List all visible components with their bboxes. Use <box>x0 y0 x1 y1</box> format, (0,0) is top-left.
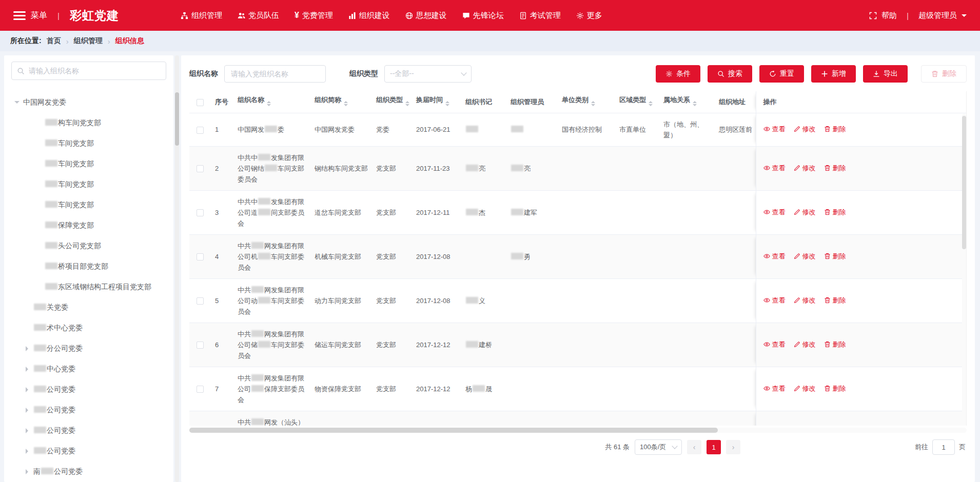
caret-down-icon[interactable] <box>14 99 21 106</box>
sort-icons[interactable] <box>344 99 348 108</box>
search-button[interactable]: 搜索 <box>708 65 752 83</box>
sort-icons[interactable] <box>445 99 449 108</box>
edit-link[interactable]: 修改 <box>794 339 816 350</box>
nav-item-org[interactable]: 组织管理 <box>181 11 222 21</box>
reset-button[interactable]: 重置 <box>759 65 804 83</box>
org-name-input[interactable] <box>224 65 326 83</box>
sort-icons[interactable] <box>405 99 409 108</box>
tree-item[interactable]: 车间党支部 <box>11 133 166 154</box>
nav-item-members[interactable]: 党员队伍 <box>238 11 279 21</box>
tree-item[interactable]: 保障党支部 <box>11 215 166 236</box>
breadcrumb-item[interactable]: 首页 <box>47 36 61 46</box>
column-header-short[interactable]: 组织简称 <box>310 91 372 113</box>
caret-right-icon[interactable] <box>25 367 31 372</box>
tree-item[interactable]: 东区域钢结构工程项目党支部 <box>11 277 166 297</box>
row-checkbox[interactable] <box>197 165 204 172</box>
delete-link[interactable]: 删除 <box>824 339 846 350</box>
caret-right-icon[interactable] <box>25 469 31 474</box>
nav-item-ideology[interactable]: 思想建设 <box>405 11 447 21</box>
tree-item[interactable]: 头公司党支部 <box>11 236 166 256</box>
breadcrumb-item[interactable]: 组织管理 <box>74 36 103 46</box>
tree-item[interactable]: 车间党支部 <box>11 195 166 215</box>
tree-item[interactable]: 构车间党支部 <box>11 113 166 133</box>
vertical-scrollbar[interactable] <box>962 114 966 424</box>
row-checkbox[interactable] <box>197 342 204 349</box>
nav-item-forum[interactable]: 先锋论坛 <box>462 11 504 21</box>
delete-button[interactable]: 删除 <box>921 65 967 83</box>
next-page-button[interactable]: › <box>726 440 740 454</box>
horizontal-scrollbar[interactable] <box>189 428 967 433</box>
delete-link[interactable]: 删除 <box>824 295 846 306</box>
org-type-select[interactable]: --全部-- <box>384 65 472 83</box>
caret-right-icon[interactable] <box>25 408 31 413</box>
tree-item[interactable]: 中心党委 <box>11 359 166 379</box>
edit-link[interactable]: 修改 <box>794 295 816 306</box>
column-header-region[interactable]: 区域类型 <box>615 91 659 113</box>
edit-link[interactable]: 修改 <box>794 251 816 262</box>
tree-item[interactable]: 公司党委 <box>11 441 166 461</box>
delete-link[interactable]: 删除 <box>824 124 846 134</box>
edit-link[interactable]: 修改 <box>794 383 816 394</box>
export-button[interactable]: 导出 <box>863 65 908 83</box>
view-link[interactable]: 查看 <box>763 124 786 134</box>
view-link[interactable]: 查看 <box>763 383 786 394</box>
horizontal-scrollbar-thumb[interactable] <box>189 428 718 433</box>
tree-item[interactable]: 南公司党委 <box>11 461 166 482</box>
column-header-name[interactable]: 组织名称 <box>233 91 310 113</box>
view-link[interactable]: 查看 <box>763 163 786 173</box>
tree-item[interactable]: 车间党支部 <box>11 154 166 174</box>
page-1-button[interactable]: 1 <box>707 440 721 454</box>
sort-icons[interactable] <box>693 99 697 108</box>
tree-item[interactable]: 中国网发党委 <box>11 92 166 113</box>
sort-icons[interactable] <box>649 99 653 108</box>
prev-page-button[interactable]: ‹ <box>687 440 701 454</box>
column-header-unit[interactable]: 单位类别 <box>558 91 615 113</box>
edit-link[interactable]: 修改 <box>794 207 816 217</box>
edit-link[interactable]: 修改 <box>794 124 816 134</box>
fullscreen-icon[interactable] <box>869 12 877 19</box>
caret-right-icon[interactable] <box>25 428 31 433</box>
tree-item[interactable]: 车间党支部 <box>11 174 166 195</box>
breadcrumb-item[interactable]: 组织信息 <box>115 36 144 46</box>
row-checkbox[interactable] <box>197 127 204 134</box>
edit-link[interactable]: 修改 <box>794 163 816 173</box>
delete-link[interactable]: 删除 <box>824 207 846 217</box>
help-link[interactable]: 帮助 <box>881 11 897 21</box>
delete-link[interactable]: 删除 <box>824 383 846 394</box>
condition-button[interactable]: 条件 <box>656 65 700 83</box>
column-header-type[interactable]: 组织类型 <box>372 91 412 113</box>
delete-link[interactable]: 删除 <box>824 251 846 262</box>
sort-icons[interactable] <box>267 99 271 108</box>
delete-link[interactable]: 删除 <box>824 163 846 173</box>
tree-item[interactable]: 公司党委 <box>11 379 166 400</box>
view-link[interactable]: 查看 <box>763 339 786 350</box>
tree-item[interactable]: 分公司党委 <box>11 338 166 359</box>
row-checkbox[interactable] <box>197 386 204 393</box>
row-checkbox[interactable] <box>197 253 204 260</box>
goto-page-input[interactable] <box>932 439 955 455</box>
vertical-scrollbar-thumb[interactable] <box>962 116 966 249</box>
caret-right-icon[interactable] <box>25 346 31 351</box>
menu-icon[interactable] <box>13 11 26 20</box>
tree-item[interactable]: 术中心党委 <box>11 318 166 338</box>
view-link[interactable]: 查看 <box>763 295 786 306</box>
sort-icons[interactable] <box>591 99 595 108</box>
tree-item[interactable]: 桥项目部党支部 <box>11 256 166 277</box>
user-menu[interactable]: 超级管理员 <box>918 11 957 21</box>
nav-item-fees[interactable]: ¥党费管理 <box>295 11 333 21</box>
select-all-checkbox[interactable] <box>197 99 204 106</box>
tree-item[interactable]: 关党委 <box>11 297 166 318</box>
column-header-date[interactable]: 换届时间 <box>412 91 461 113</box>
nav-item-building[interactable]: 组织建设 <box>348 11 390 21</box>
tree-item[interactable]: 公司党委 <box>11 420 166 441</box>
page-size-select[interactable]: 100条/页 <box>635 439 682 455</box>
nav-item-more[interactable]: 更多 <box>576 11 602 21</box>
tree-search-input[interactable] <box>29 67 161 75</box>
add-button[interactable]: 新增 <box>811 65 856 83</box>
row-checkbox[interactable] <box>197 297 204 305</box>
caret-right-icon[interactable] <box>25 449 31 454</box>
column-header-attach[interactable]: 属地关系 <box>659 91 715 113</box>
nav-item-exam[interactable]: 考试管理 <box>519 11 561 21</box>
sidebar-scrollbar-thumb[interactable] <box>175 92 179 146</box>
row-checkbox[interactable] <box>197 209 204 216</box>
